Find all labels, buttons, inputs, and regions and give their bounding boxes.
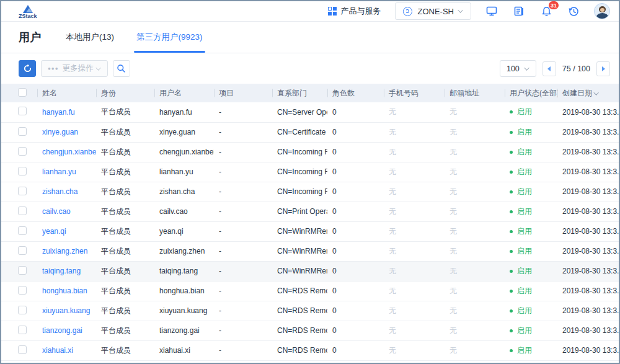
console-log-button[interactable] (512, 5, 526, 17)
status-dot-icon (510, 270, 513, 273)
cell-role-count: 0 (327, 102, 384, 122)
page-title: 用户 (19, 30, 41, 45)
page-size-select[interactable]: 100 (500, 60, 536, 77)
user-name-link[interactable]: tianzong.gai (42, 326, 82, 335)
row-checkbox[interactable] (18, 206, 27, 215)
refresh-button[interactable] (19, 60, 36, 77)
row-checkbox[interactable] (18, 266, 27, 275)
table-row: zishan.cha平台成员zishan.cha-CN=Incoming Fo.… (1, 182, 619, 202)
cell-username: yean.qi (154, 221, 214, 241)
cell-project: - (214, 142, 272, 162)
user-name-link[interactable]: lianhan.yu (42, 167, 76, 176)
users-table: 姓名 身份 用户名 项目 直系部门 角色数 手机号码 邮箱地址 用户状态(全部)… (1, 84, 619, 361)
notifications-button[interactable]: 31 (539, 5, 553, 17)
row-checkbox[interactable] (18, 147, 27, 156)
cell-email: 无 (445, 142, 505, 162)
cell-project: - (214, 340, 272, 360)
tab-bar: 本地用户(13) 第三方用户(9923) (66, 22, 203, 53)
monitor-button[interactable] (485, 5, 498, 17)
cell-username: cailv.cao (154, 202, 214, 221)
products-services-menu[interactable]: 产品与服务 (328, 6, 381, 17)
user-name-link[interactable]: hanyan.fu (42, 108, 75, 117)
zstack-logo[interactable]: ZStack (19, 5, 37, 19)
history-clock-icon (569, 6, 579, 17)
cell-department: CN=WinRMRem... (272, 241, 327, 261)
row-checkbox-cell (1, 301, 37, 321)
chevron-down-icon (524, 65, 529, 70)
cell-name: zuixiang.zhen (37, 241, 96, 261)
cell-phone: 无 (384, 321, 445, 340)
cell-email: 无 (445, 122, 505, 142)
cell-phone: 无 (384, 301, 445, 321)
cell-role-count: 0 (327, 340, 384, 360)
document-icon (514, 6, 524, 16)
user-name-link[interactable]: xiahuai.xi (42, 346, 73, 355)
cell-email: 无 (445, 321, 505, 340)
more-actions-label: 更多操作 (63, 63, 94, 74)
next-page-button[interactable] (596, 61, 610, 76)
user-name-link[interactable]: zishan.cha (42, 187, 78, 196)
search-icon (117, 64, 126, 73)
cell-created-date: 2019-08-30 13:3... (557, 102, 619, 122)
row-checkbox[interactable] (18, 286, 27, 295)
user-name-link[interactable]: taiqing.tang (42, 267, 81, 275)
row-checkbox[interactable] (18, 187, 27, 195)
column-header-status-filter[interactable]: 用户状态(全部) (505, 84, 557, 102)
page-indicator: 75 / 100 (562, 64, 590, 73)
cell-department: CN=WinRMRem... (272, 221, 327, 241)
more-actions-button[interactable]: ●●● 更多操作 (41, 60, 108, 77)
user-name-link[interactable]: yean.qi (42, 227, 66, 236)
row-checkbox[interactable] (18, 345, 27, 354)
tab-local-users[interactable]: 本地用户(13) (66, 22, 114, 53)
row-checkbox[interactable] (18, 246, 27, 255)
table-header-row: 姓名 身份 用户名 项目 直系部门 角色数 手机号码 邮箱地址 用户状态(全部)… (1, 84, 619, 102)
user-name-link[interactable]: zuixiang.zhen (42, 247, 87, 255)
user-name-link[interactable]: honghua.bian (42, 286, 87, 295)
status-dot-icon (510, 190, 513, 193)
cell-name: lianhan.yu (37, 162, 96, 182)
status-badge: 启用 (517, 227, 532, 236)
row-checkbox[interactable] (18, 167, 27, 175)
cell-status: 启用 (505, 301, 557, 321)
row-checkbox[interactable] (18, 127, 27, 136)
row-checkbox[interactable] (18, 306, 27, 314)
cell-created-date: 2019-08-30 13:3... (557, 301, 619, 321)
user-avatar[interactable] (594, 3, 610, 19)
table-row: honghua.bian平台成员honghua.bian-CN=RDS Remo… (1, 281, 619, 301)
row-checkbox[interactable] (18, 326, 27, 334)
cell-name: tianzong.gai (37, 321, 96, 340)
zone-selector-value: ZONE-SH (418, 7, 454, 16)
prev-page-button[interactable] (542, 61, 556, 76)
select-all-checkbox[interactable] (18, 88, 27, 97)
row-checkbox[interactable] (18, 226, 27, 235)
row-checkbox[interactable] (18, 107, 27, 115)
status-dot-icon (510, 250, 513, 253)
user-name-link[interactable]: cailv.cao (42, 207, 71, 216)
cell-identity: 平台成员 (96, 221, 154, 241)
cell-name: yean.qi (37, 221, 96, 241)
search-button[interactable] (113, 60, 130, 77)
cell-role-count: 0 (327, 301, 384, 321)
column-header-department: 直系部门 (272, 84, 327, 102)
cell-phone: 无 (384, 241, 445, 261)
user-name-link[interactable]: xinye.guan (42, 128, 78, 136)
row-checkbox-cell (1, 182, 37, 202)
tab-third-party-users[interactable]: 第三方用户(9923) (136, 22, 203, 53)
cell-department: CN=Incoming Fo... (272, 142, 327, 162)
cell-phone: 无 (384, 162, 445, 182)
column-header-created-sort[interactable]: 创建日期 (557, 84, 619, 102)
cell-project: - (214, 221, 272, 241)
cell-project: - (214, 202, 272, 221)
user-name-link[interactable]: xiuyuan.kuang (42, 306, 90, 315)
user-name-link[interactable]: chengjun.xianbei (42, 148, 96, 156)
status-badge: 启用 (517, 326, 532, 335)
cell-status: 启用 (505, 142, 557, 162)
cell-username: hanyan.fu (154, 102, 214, 122)
prev-page-icon (547, 66, 551, 71)
cell-phone: 无 (384, 281, 445, 301)
row-checkbox-cell (1, 221, 37, 241)
zone-selector[interactable]: ZONE-SH (395, 2, 472, 20)
table-row: cailv.cao平台成员cailv.cao-CN=Print Operat..… (1, 202, 619, 221)
column-header-roles: 角色数 (327, 84, 384, 102)
history-button[interactable] (567, 5, 580, 17)
